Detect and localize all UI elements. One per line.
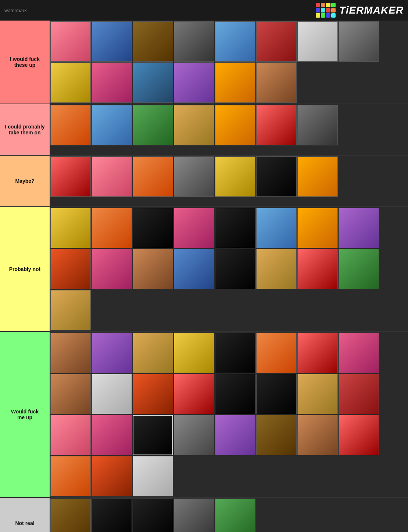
char-img [174,22,214,61]
char-img [133,157,173,196]
character-cell [297,249,338,289]
logo-cell [321,8,325,12]
logo-cell [326,8,330,12]
tier-label-2: I could probably take them on [0,104,50,155]
character-cell [50,62,91,103]
character-cell [92,456,132,496]
character-cell [50,415,91,455]
char-img [133,374,173,414]
char-img [133,249,173,289]
char-img [339,415,379,455]
character-cell [256,249,297,289]
character-cell [133,499,173,532]
logo-cell [321,13,325,18]
char-img [298,208,337,248]
char-img [174,374,214,414]
char-img [215,374,255,414]
char-img [92,157,132,196]
char-img [298,415,337,455]
tier-content-5 [50,332,408,497]
character-cell [50,456,91,496]
char-img [174,415,214,455]
logo-cell [316,8,320,12]
char-img [92,22,132,61]
char-img [339,249,379,289]
char-img [257,249,296,289]
character-cell [50,105,91,145]
char-img [174,105,214,145]
char-img [215,249,255,289]
character-cell [133,456,173,496]
character-cell [256,105,297,145]
char-img [339,374,379,414]
tier-content-6 [50,498,408,532]
char-img [92,374,132,414]
logo-cell [326,3,330,7]
char-img [298,374,337,414]
char-img [257,157,296,196]
character-cell [174,374,214,414]
character-cell [215,62,255,103]
char-img [133,333,173,373]
char-img [51,374,90,414]
character-cell [174,208,214,248]
character-cell [215,105,255,145]
character-cell [50,249,91,289]
char-img [51,208,90,248]
character-cell [92,105,132,145]
character-cell [215,333,255,373]
character-cell [174,415,214,455]
char-img [133,499,173,532]
char-img [215,499,255,532]
char-img [257,22,296,61]
char-img [51,249,90,289]
char-img [133,22,173,61]
character-cell [174,333,214,373]
character-cell [92,415,132,455]
char-img [257,105,296,145]
tier-label-4: Probably not [0,207,50,331]
char-img [92,63,132,102]
character-cell [256,21,297,62]
character-cell [339,333,379,373]
tiermaker-logo-text: TiERMAKER [339,4,404,16]
char-img [298,157,337,196]
char-img [174,157,214,196]
character-cell [50,156,91,197]
tiermaker-logo: TiERMAKER [316,3,404,18]
char-img [257,415,296,455]
character-cell [339,415,379,455]
char-img [51,415,90,455]
header: watermark TiERMAKER [0,0,408,21]
tier-label-6: Not real [0,498,50,532]
character-cell [133,249,173,289]
character-cell [50,499,91,532]
character-cell [297,333,338,373]
char-img [133,63,173,102]
tier-row-4: Probably not [0,207,408,332]
character-cell [256,374,297,414]
char-img [92,208,132,248]
character-cell [133,21,173,62]
char-img [257,374,296,414]
tier-row-2: I could probably take them on [0,104,408,156]
tier-row-5: Would fuckme up [0,332,408,498]
watermark-label: watermark [4,8,27,13]
character-cell [215,21,255,62]
char-img [133,105,173,145]
logo-cell [316,3,320,7]
character-cell [297,415,338,455]
character-cell [50,290,91,330]
char-img [133,456,173,496]
char-img [133,208,173,248]
logo-cell [321,3,325,7]
character-cell [297,105,338,145]
char-img [92,456,132,496]
character-cell [256,156,297,197]
character-cell [174,249,214,289]
logo-grid-icon [316,3,336,18]
logo-cell [316,13,320,18]
logo-cell [331,3,336,7]
character-cell [256,62,297,103]
character-cell [174,21,214,62]
